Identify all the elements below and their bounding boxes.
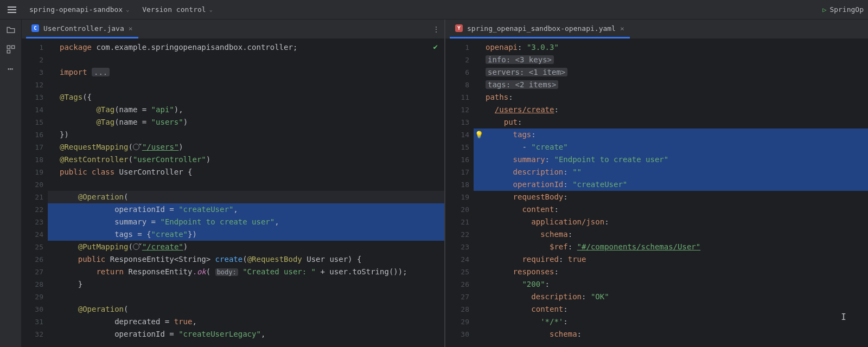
intention-bulb-icon[interactable]: 💡 xyxy=(475,128,483,141)
more-tools-icon[interactable]: ⋯ xyxy=(8,64,14,74)
run-config-widget[interactable]: ▷ SpringOp xyxy=(822,5,864,14)
gutter-right: 1 2 6 8 11 12 13 14 15 16 17 18 19 20 21… xyxy=(445,39,474,347)
editor-pane-left: C UserController.java × ⋮ ✔ 1 2 3 12 13 … xyxy=(22,20,444,347)
chevron-down-icon: ⌄ xyxy=(126,7,129,12)
svg-rect-2 xyxy=(7,50,10,53)
tab-openapi-yaml[interactable]: Y spring_openapi_sandbox-openapi.yaml × xyxy=(450,20,630,38)
tab-bar-left: C UserController.java × ⋮ xyxy=(22,20,444,39)
folded-region[interactable]: tags: <2 items> xyxy=(486,80,558,89)
close-icon[interactable]: × xyxy=(620,24,624,33)
tab-title: spring_openapi_sandbox-openapi.yaml xyxy=(467,24,616,33)
source-left[interactable]: package com.example.springopenapisandbox… xyxy=(48,39,444,347)
fold-badge[interactable]: ... xyxy=(92,68,110,76)
web-icon xyxy=(133,144,139,150)
web-icon xyxy=(133,243,139,250)
tool-rail: ⋯ xyxy=(0,20,22,347)
chevron-down-icon: ⌄ xyxy=(209,7,213,12)
main-menu-button[interactable] xyxy=(4,4,20,15)
close-icon[interactable]: × xyxy=(129,24,133,33)
java-file-icon: C xyxy=(31,24,39,32)
editor-pane-right: Y spring_openapi_sandbox-openapi.yaml × … xyxy=(444,20,868,347)
folded-region[interactable]: info: <3 keys> xyxy=(486,55,554,64)
inlay-hint: body: xyxy=(215,268,238,276)
tab-menu-icon[interactable]: ⋮ xyxy=(432,20,440,38)
hamburger-icon xyxy=(8,7,16,13)
vcs-label: Version control xyxy=(142,5,206,14)
folded-region[interactable]: servers: <1 item> xyxy=(486,68,567,76)
structure-tool-icon[interactable] xyxy=(6,44,16,54)
tab-title: UserController.java xyxy=(43,24,124,33)
run-icon: ▷ xyxy=(822,6,826,14)
project-selector[interactable]: spring-openapi-sandbox ⌄ xyxy=(26,3,132,16)
code-editor-right[interactable]: 1 2 6 8 11 12 13 14 15 16 17 18 19 20 21… xyxy=(445,39,868,347)
source-right[interactable]: openapi: "3.0.3" info: <3 keys> servers:… xyxy=(474,39,868,347)
yaml-file-icon: Y xyxy=(455,24,463,32)
tab-bar-right: Y spring_openapi_sandbox-openapi.yaml × xyxy=(445,20,868,39)
project-tool-icon[interactable] xyxy=(6,25,16,35)
vcs-menu[interactable]: Version control ⌄ xyxy=(139,3,215,16)
svg-rect-0 xyxy=(7,46,10,48)
tab-user-controller[interactable]: C UserController.java × xyxy=(26,20,138,38)
run-config-name: SpringOp xyxy=(829,5,864,14)
code-editor-left[interactable]: ✔ 1 2 3 12 13 14 15 16 17 18 19 20 21 22 xyxy=(22,39,444,347)
gutter-left: 1 2 3 12 13 14 15 16 17 18 19 20 21 22 2… xyxy=(22,39,48,347)
project-name: spring-openapi-sandbox xyxy=(29,5,123,14)
text-cursor-icon: I xyxy=(841,312,846,322)
svg-rect-1 xyxy=(11,46,14,48)
title-bar: spring-openapi-sandbox ⌄ Version control… xyxy=(0,0,868,20)
